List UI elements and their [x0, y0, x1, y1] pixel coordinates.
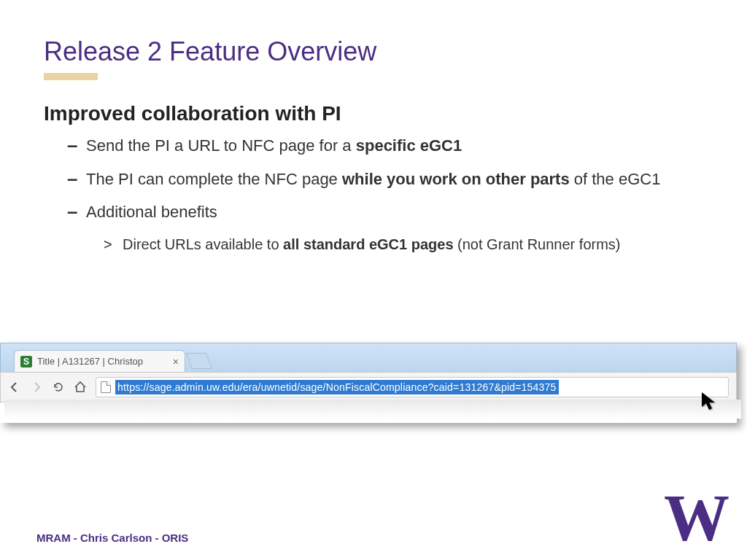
sub-bullet-item: Direct URLs available to all standard eG… [44, 235, 700, 254]
bullet-item: Send the PI a URL to NFC page for a spec… [44, 135, 700, 157]
browser-tab[interactable]: S Title | A131267 | Christop × [14, 350, 185, 372]
body-content: Send the PI a URL to NFC page for a spec… [44, 135, 700, 263]
browser-toolbar: https://sage.admin.uw.edu/era/uwnetid/sa… [0, 372, 737, 402]
back-icon[interactable] [8, 381, 21, 394]
favicon-icon: S [20, 356, 32, 368]
bullet-text: Send the PI a URL to NFC page for a [86, 136, 356, 155]
page-icon [101, 381, 111, 393]
cursor-icon [700, 391, 719, 416]
bullet-item: The PI can complete the NFC page while y… [44, 168, 700, 190]
address-bar[interactable]: https://sage.admin.uw.edu/era/uwnetid/sa… [96, 377, 729, 397]
uw-logo: W [664, 486, 725, 551]
bullet-text: Additional benefits [86, 203, 217, 221]
bullet-text-bold: specific eGC1 [356, 136, 462, 155]
bullet-text: (not Grant Runner forms) [454, 236, 621, 252]
url-text: https://sage.admin.uw.edu/era/uwnetid/sa… [115, 380, 559, 394]
browser-screenshot: S Title | A131267 | Christop × https://s… [0, 343, 737, 423]
reload-icon[interactable] [52, 381, 65, 394]
frame-shadow [4, 400, 741, 419]
bullet-text: The PI can complete the NFC page [86, 170, 342, 188]
accent-bar [44, 73, 98, 80]
footer-text: MRAM - Chris Carlson - ORIS [36, 532, 188, 544]
bullet-text-bold: while you work on other parts [342, 170, 570, 188]
bullet-text: Direct URLs available to [123, 236, 283, 252]
slide: Release 2 Feature Overview Improved coll… [0, 0, 747, 560]
bullet-text-bold: all standard eGC1 pages [283, 236, 453, 252]
bullet-text: of the eGC1 [570, 170, 661, 188]
section-heading: Improved collaboration with PI [44, 102, 341, 125]
slide-title: Release 2 Feature Overview [44, 36, 376, 67]
new-tab-button[interactable] [186, 353, 212, 369]
bullet-item: Additional benefits [44, 201, 700, 223]
close-icon[interactable]: × [173, 356, 179, 368]
home-icon[interactable] [74, 381, 87, 394]
browser-tabstrip: S Title | A131267 | Christop × [0, 343, 737, 372]
svg-marker-0 [702, 392, 715, 410]
tab-title: Title | A131267 | Christop [37, 356, 168, 367]
forward-icon [30, 381, 43, 394]
